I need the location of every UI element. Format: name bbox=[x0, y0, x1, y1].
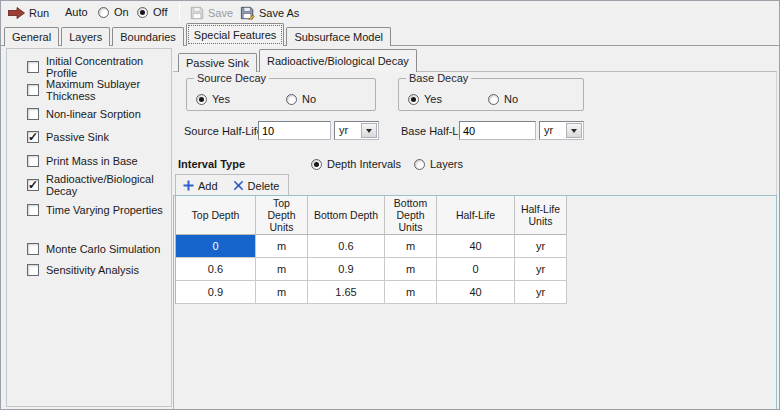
tab-label: Subsurface Model bbox=[294, 31, 383, 43]
tab-label: Boundaries bbox=[120, 31, 176, 43]
checkbox-non-linear-sorption[interactable]: ✓ Non-linear Sorption bbox=[27, 107, 141, 121]
intervals-table: Top Depth Top Depth Units Bottom Depth B… bbox=[175, 196, 567, 304]
radio-circle bbox=[98, 7, 109, 18]
checkbox-print-mass-in-base[interactable]: ✓ Print Mass in Base bbox=[27, 154, 138, 168]
save-button[interactable]: Save bbox=[188, 4, 235, 21]
subtab-passive-sink[interactable]: Passive Sink bbox=[178, 53, 257, 72]
table-cell[interactable]: 40 bbox=[437, 235, 515, 258]
table-cell[interactable]: 0.9 bbox=[308, 258, 385, 281]
checkbox-maximum-sublayer-thickness[interactable]: ✓ Maximum Sublayer Thickness bbox=[27, 83, 171, 97]
table-cell[interactable]: yr bbox=[515, 235, 567, 258]
base-decay-no-radio[interactable]: No bbox=[488, 92, 518, 106]
run-label: Run bbox=[29, 7, 49, 19]
base-half-life-unit-dropdown[interactable]: yr bbox=[539, 121, 584, 140]
table-cell[interactable]: m bbox=[385, 235, 437, 258]
source-decay-yes-radio[interactable]: Yes bbox=[196, 92, 230, 106]
col-header-bottom-depth[interactable]: Bottom Depth bbox=[308, 196, 385, 235]
base-decay-yes-radio[interactable]: Yes bbox=[408, 92, 442, 106]
decay-tab-pane: Source Decay Yes No Base Decay Y bbox=[173, 71, 777, 409]
base-decay-title: Base Decay bbox=[406, 72, 471, 84]
tab-special-features[interactable]: Special Features bbox=[186, 23, 285, 46]
col-header-bottom-depth-units[interactable]: Bottom Depth Units bbox=[385, 196, 437, 235]
depth-intervals-radio[interactable]: Depth Intervals bbox=[311, 157, 401, 171]
grid-toolbar: Add Delete bbox=[175, 174, 289, 197]
col-header-top-depth[interactable]: Top Depth bbox=[176, 196, 256, 235]
checkbox-box: ✓ bbox=[27, 108, 39, 120]
app-window: Run Auto On Off Save bbox=[0, 0, 780, 410]
checkbox-box: ✓ bbox=[27, 243, 39, 255]
table-cell[interactable]: 0.6 bbox=[308, 235, 385, 258]
col-header-half-life-units[interactable]: Half-Life Units bbox=[515, 196, 567, 235]
delete-row-button[interactable]: Delete bbox=[233, 180, 280, 192]
radio-circle bbox=[414, 159, 425, 170]
save-as-label: Save As bbox=[259, 7, 299, 19]
table-cell[interactable]: yr bbox=[515, 281, 567, 304]
layers-radio[interactable]: Layers bbox=[414, 157, 463, 171]
radio-label: Yes bbox=[424, 93, 442, 105]
tab-label: Layers bbox=[69, 31, 102, 43]
tab-subsurface-model[interactable]: Subsurface Model bbox=[286, 27, 391, 46]
table-cell[interactable]: m bbox=[385, 258, 437, 281]
checkbox-sensitivity-analysis[interactable]: ✓ Sensitivity Analysis bbox=[27, 263, 139, 277]
table-cell[interactable]: m bbox=[385, 281, 437, 304]
subtab-radioactive-biological-decay[interactable]: Radioactive/Biological Decay bbox=[259, 49, 417, 72]
table-cell[interactable]: 40 bbox=[437, 281, 515, 304]
col-header-top-depth-units[interactable]: Top Depth Units bbox=[256, 196, 308, 235]
checkbox-label: Sensitivity Analysis bbox=[46, 264, 139, 276]
dropdown-button[interactable] bbox=[566, 123, 582, 138]
dropdown-button[interactable] bbox=[361, 123, 377, 138]
checkbox-label: Non-linear Sorption bbox=[46, 108, 141, 120]
base-decay-groupbox: Base Decay Yes No bbox=[398, 78, 584, 111]
checkbox-label: Monte Carlo Simulation bbox=[46, 243, 160, 255]
checkbox-box: ✓ bbox=[27, 179, 39, 191]
plus-icon bbox=[183, 180, 194, 191]
source-decay-no-radio[interactable]: No bbox=[286, 92, 316, 106]
table-cell[interactable]: 0 bbox=[176, 235, 256, 258]
table-cell[interactable]: yr bbox=[515, 258, 567, 281]
radio-circle bbox=[311, 159, 322, 170]
tab-layers[interactable]: Layers bbox=[61, 27, 110, 46]
table-cell[interactable]: 0.9 bbox=[176, 281, 256, 304]
table-cell[interactable]: m bbox=[256, 281, 308, 304]
run-arrow-icon bbox=[8, 7, 25, 19]
checkbox-initial-concentration-profile[interactable]: ✓ Initial Concentration Profile bbox=[27, 60, 171, 74]
checkbox-box: ✓ bbox=[27, 61, 39, 73]
tab-boundaries[interactable]: Boundaries bbox=[112, 27, 184, 46]
checkbox-passive-sink[interactable]: ✓ Passive Sink bbox=[27, 130, 109, 144]
checkbox-box: ✓ bbox=[27, 84, 39, 96]
source-half-life-input[interactable] bbox=[258, 121, 331, 140]
tab-general[interactable]: General bbox=[4, 27, 59, 46]
main-tab-bar: General Layers Boundaries Special Featur… bbox=[4, 23, 393, 46]
checkbox-radioactive-biological-decay[interactable]: ✓ Radioactive/Biological Decay bbox=[27, 178, 171, 192]
checkbox-monte-carlo-simulation[interactable]: ✓ Monte Carlo Simulation bbox=[27, 242, 160, 256]
source-half-life-unit-dropdown[interactable]: yr bbox=[334, 121, 379, 140]
base-half-life-input[interactable] bbox=[459, 121, 536, 140]
table-cell[interactable]: m bbox=[256, 258, 308, 281]
checkbox-label: Time Varying Properties bbox=[46, 204, 163, 216]
table-cell[interactable]: 0.6 bbox=[176, 258, 256, 281]
checkbox-box: ✓ bbox=[27, 155, 39, 167]
radio-dot bbox=[140, 10, 145, 15]
save-label: Save bbox=[208, 7, 233, 19]
sub-tab-bar: Passive Sink Radioactive/Biological Deca… bbox=[178, 48, 419, 72]
table-cell[interactable]: 1.65 bbox=[308, 281, 385, 304]
run-button[interactable]: Run bbox=[6, 4, 51, 21]
radio-circle bbox=[488, 94, 499, 105]
col-header-half-life[interactable]: Half-Life bbox=[437, 196, 515, 235]
auto-off-radio[interactable]: Off bbox=[137, 5, 167, 19]
checkbox-label: Print Mass in Base bbox=[46, 155, 138, 167]
table-cell[interactable]: m bbox=[256, 235, 308, 258]
table-cell[interactable]: 0 bbox=[437, 258, 515, 281]
auto-on-radio[interactable]: On bbox=[98, 5, 129, 19]
save-as-button[interactable]: Save As bbox=[238, 4, 301, 21]
chevron-down-icon bbox=[571, 129, 577, 133]
feature-checkbox-panel: ✓ Initial Concentration Profile ✓ Maximu… bbox=[6, 48, 172, 407]
checkbox-time-varying-properties[interactable]: ✓ Time Varying Properties bbox=[27, 203, 163, 217]
add-row-button[interactable]: Add bbox=[183, 180, 218, 192]
toolbar-separator bbox=[179, 3, 180, 21]
decay-panel: Passive Sink Radioactive/Biological Deca… bbox=[173, 46, 778, 410]
interval-type-label: Interval Type bbox=[178, 158, 245, 170]
dropdown-value: yr bbox=[335, 122, 360, 139]
chevron-down-icon bbox=[366, 129, 372, 133]
auto-off-label: Off bbox=[153, 6, 167, 18]
